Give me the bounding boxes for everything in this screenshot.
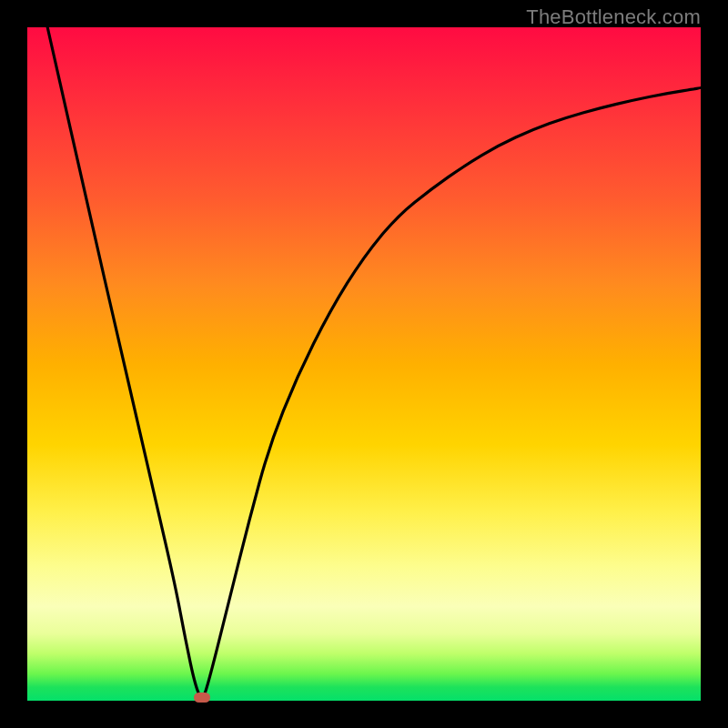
curve-path	[47, 27, 701, 697]
plot-area	[27, 27, 701, 701]
bottleneck-curve	[27, 27, 701, 701]
optimum-marker	[194, 693, 210, 703]
watermark-text: TheBottleneck.com	[526, 5, 701, 29]
chart-frame: TheBottleneck.com	[0, 0, 728, 728]
